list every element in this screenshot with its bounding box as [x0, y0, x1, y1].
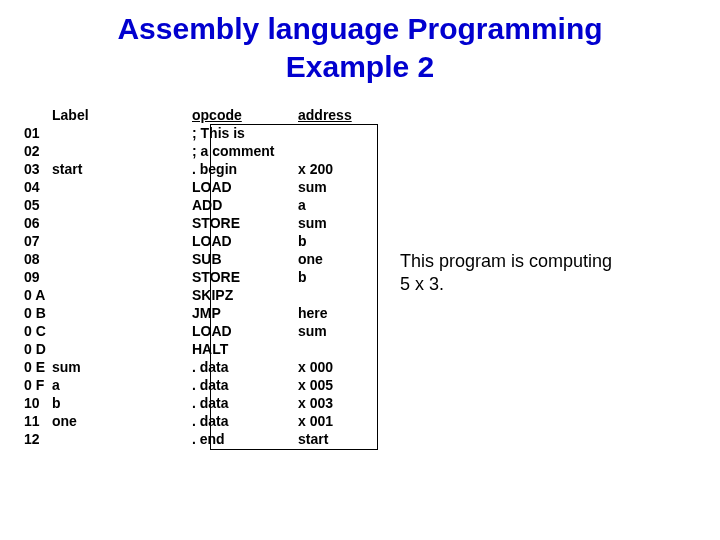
cell-address	[298, 142, 374, 160]
cell-linenum: 02	[24, 142, 52, 160]
cell-address: x 000	[298, 358, 374, 376]
cell-label: a	[52, 376, 192, 394]
page-title: Assembly language Programming Example 2	[0, 10, 720, 85]
cell-address: x 003	[298, 394, 374, 412]
table-row: 08SUBone	[24, 250, 374, 268]
caption-line-1: This program is computing	[400, 251, 612, 271]
col-label-header: Label	[52, 106, 192, 124]
cell-label	[52, 250, 192, 268]
cell-label	[52, 286, 192, 304]
caption-line-2: 5 x 3.	[400, 274, 444, 294]
cell-label	[52, 124, 192, 142]
cell-opcode: LOAD	[192, 232, 298, 250]
code-listing: Label opcode address 01; This is02; a co…	[24, 106, 374, 448]
cell-address: sum	[298, 178, 374, 196]
cell-label	[52, 196, 192, 214]
table-row: 04LOADsum	[24, 178, 374, 196]
cell-address: here	[298, 304, 374, 322]
cell-linenum: 0 E	[24, 358, 52, 376]
cell-linenum: 01	[24, 124, 52, 142]
caption: This program is computing 5 x 3.	[400, 250, 612, 295]
cell-opcode: SUB	[192, 250, 298, 268]
cell-address: start	[298, 430, 374, 448]
cell-linenum: 0 B	[24, 304, 52, 322]
table-row: 0 Fa. datax 005	[24, 376, 374, 394]
table-row: 10b. datax 003	[24, 394, 374, 412]
cell-linenum: 0 C	[24, 322, 52, 340]
table-row: 0 DHALT	[24, 340, 374, 358]
cell-linenum: 10	[24, 394, 52, 412]
table-row: 06STOREsum	[24, 214, 374, 232]
cell-label: one	[52, 412, 192, 430]
cell-opcode: HALT	[192, 340, 298, 358]
cell-opcode: STORE	[192, 268, 298, 286]
cell-opcode: JMP	[192, 304, 298, 322]
cell-label	[52, 322, 192, 340]
cell-address: sum	[298, 214, 374, 232]
cell-linenum: 05	[24, 196, 52, 214]
cell-label	[52, 304, 192, 322]
cell-linenum: 0 D	[24, 340, 52, 358]
cell-opcode: ; a comment	[192, 142, 298, 160]
cell-opcode: ADD	[192, 196, 298, 214]
cell-address: x 001	[298, 412, 374, 430]
cell-opcode: LOAD	[192, 322, 298, 340]
cell-address: x 005	[298, 376, 374, 394]
cell-address: a	[298, 196, 374, 214]
cell-label: start	[52, 160, 192, 178]
cell-address	[298, 286, 374, 304]
cell-address: b	[298, 268, 374, 286]
cell-opcode: . data	[192, 358, 298, 376]
cell-label: sum	[52, 358, 192, 376]
table-row: 03start. beginx 200	[24, 160, 374, 178]
cell-address: x 200	[298, 160, 374, 178]
table-row: 0 Esum. datax 000	[24, 358, 374, 376]
cell-opcode: STORE	[192, 214, 298, 232]
table-row: 09STOREb	[24, 268, 374, 286]
cell-opcode: . data	[192, 412, 298, 430]
cell-linenum: 0 F	[24, 376, 52, 394]
cell-label	[52, 430, 192, 448]
slide: Assembly language Programming Example 2 …	[0, 0, 720, 540]
cell-opcode: . begin	[192, 160, 298, 178]
code-listing-wrap: Label opcode address 01; This is02; a co…	[24, 106, 374, 448]
cell-label	[52, 178, 192, 196]
cell-linenum: 03	[24, 160, 52, 178]
cell-opcode: SKIPZ	[192, 286, 298, 304]
cell-label	[52, 214, 192, 232]
cell-address: b	[298, 232, 374, 250]
table-row: 0 CLOADsum	[24, 322, 374, 340]
cell-opcode: ; This is	[192, 124, 298, 142]
table-row: 07LOADb	[24, 232, 374, 250]
cell-linenum: 06	[24, 214, 52, 232]
table-row: 0 BJMPhere	[24, 304, 374, 322]
col-address-header: address	[298, 106, 374, 124]
cell-linenum: 07	[24, 232, 52, 250]
cell-label	[52, 340, 192, 358]
table-row: 12. endstart	[24, 430, 374, 448]
cell-linenum: 12	[24, 430, 52, 448]
table-row: 01; This is	[24, 124, 374, 142]
table-row: 0 ASKIPZ	[24, 286, 374, 304]
table-header-row: Label opcode address	[24, 106, 374, 124]
cell-linenum: 0 A	[24, 286, 52, 304]
cell-address: sum	[298, 322, 374, 340]
col-linenum-header	[24, 106, 52, 124]
cell-address	[298, 340, 374, 358]
cell-address	[298, 124, 374, 142]
cell-linenum: 11	[24, 412, 52, 430]
cell-opcode: . data	[192, 394, 298, 412]
cell-linenum: 08	[24, 250, 52, 268]
title-line-2: Example 2	[286, 50, 434, 83]
cell-opcode: LOAD	[192, 178, 298, 196]
cell-linenum: 04	[24, 178, 52, 196]
cell-linenum: 09	[24, 268, 52, 286]
table-row: 02; a comment	[24, 142, 374, 160]
cell-label: b	[52, 394, 192, 412]
table-row: 05ADDa	[24, 196, 374, 214]
cell-label	[52, 232, 192, 250]
col-opcode-header: opcode	[192, 106, 298, 124]
table-row: 11one. datax 001	[24, 412, 374, 430]
cell-address: one	[298, 250, 374, 268]
cell-opcode: . data	[192, 376, 298, 394]
